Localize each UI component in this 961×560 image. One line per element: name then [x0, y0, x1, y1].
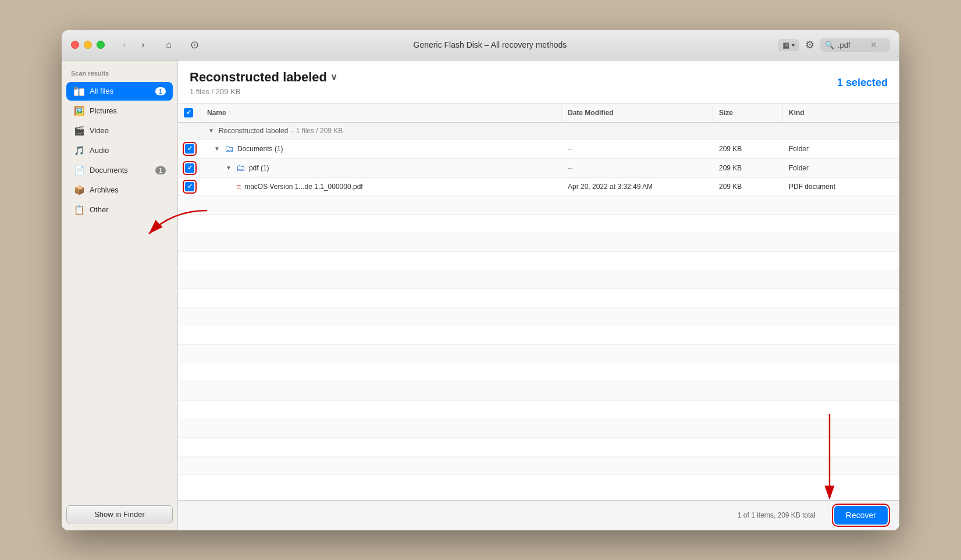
sidebar-item-video[interactable]: 🎬 Video: [66, 122, 173, 140]
empty-row: [178, 215, 899, 233]
nav-buttons: ‹ ›: [116, 37, 151, 53]
filter-button[interactable]: ⚙: [805, 38, 814, 51]
status-text: 1 of 1 items, 209 KB total: [190, 511, 825, 519]
header-name-label: Name: [207, 109, 226, 117]
group-date-cell: [562, 127, 713, 135]
recover-button[interactable]: Recover: [834, 506, 888, 525]
chevron-down-icon: ▾: [792, 42, 795, 48]
row-pdf-checkbox[interactable]: [185, 163, 194, 173]
row-pdf-kind: Folder: [789, 164, 809, 172]
search-bar: 🔍 ✕: [820, 38, 890, 52]
row-file-checkbox[interactable]: [185, 182, 194, 191]
sidebar-footer: Show in Finder: [62, 498, 177, 530]
other-icon: 📋: [73, 204, 85, 216]
row-pdf-kind-cell: Folder: [783, 160, 899, 176]
window-title: Generic Flash Disk – All recovery method…: [209, 40, 771, 49]
header-kind-cell[interactable]: Kind: [783, 104, 899, 122]
sidebar-item-other[interactable]: 📋 Other: [66, 201, 173, 219]
row-file-kind-cell: PDF document: [783, 179, 899, 195]
other-label: Other: [90, 205, 166, 214]
panel-subtitle: 1 files / 209 KB: [190, 87, 337, 96]
sidebar-item-archives[interactable]: 📦 Archives: [66, 181, 173, 199]
row-documents-size: 209 KB: [719, 145, 742, 153]
all-files-icon: [73, 85, 85, 97]
row-file-date-cell: Apr 20, 2022 at 3:32:49 AM: [562, 179, 713, 195]
panel-header: Reconstructed labeled ∨ 1 files / 209 KB…: [178, 60, 899, 104]
select-all-checkbox[interactable]: [184, 108, 193, 117]
row-pdf-date: --: [568, 164, 572, 172]
header-size-cell[interactable]: Size: [713, 104, 783, 122]
forward-icon: ›: [141, 40, 144, 50]
pdf-file-icon: ≡: [236, 182, 241, 191]
documents-icon: 📄: [73, 165, 85, 176]
sidebar-item-audio[interactable]: 🎵 Audio: [66, 141, 173, 160]
row-documents-date-cell: --: [562, 141, 713, 157]
audio-label: Audio: [90, 146, 166, 155]
empty-row: [178, 438, 899, 456]
table-row: ≡ macOS Version 1...de 1.1_000000.pdf Ap…: [178, 178, 899, 196]
header-kind-label: Kind: [789, 109, 805, 117]
empty-row: [178, 382, 899, 401]
titlebar: ‹ › ⌂ ⊙ Generic Flash Disk – All recover…: [62, 30, 899, 60]
row-file-checkbox-cell[interactable]: [178, 178, 201, 195]
group-label: Reconstructed labeled: [219, 127, 288, 135]
group-row-label-cell: ▼ Reconstructed labeled - 1 files / 209 …: [201, 123, 562, 139]
empty-row: [178, 456, 899, 475]
row-documents-date: --: [568, 145, 572, 153]
history-icon: ⊙: [190, 38, 199, 51]
row-documents-name-cell: ▼ 🗂 Documents (1): [201, 140, 562, 158]
header-name-cell[interactable]: Name ↑: [201, 104, 562, 122]
panel-title-text: Reconstructed labeled: [190, 70, 327, 85]
header-checkbox-cell[interactable]: [178, 104, 201, 122]
row-file-name: macOS Version 1...de 1.1_000000.pdf: [244, 183, 362, 191]
pictures-icon: 🖼️: [73, 105, 85, 117]
history-button[interactable]: ⊙: [186, 37, 202, 53]
empty-row: [178, 401, 899, 419]
documents-expand-button[interactable]: ▼: [213, 145, 221, 152]
toolbar-right: ▦ ▾ ⚙ 🔍 ✕: [778, 38, 890, 52]
row-pdf-name-cell: ▼ 🗂 pdf (1): [201, 159, 562, 177]
sidebar-item-pictures[interactable]: 🖼️ Pictures: [66, 102, 173, 120]
main-content: Scan results All files 1 🖼️: [62, 60, 899, 530]
view-toggle[interactable]: ▦ ▾: [778, 39, 799, 51]
table-row: ▼ 🗂 pdf (1) -- 209 KB Folder: [178, 159, 899, 178]
row-file-size-cell: 209 KB: [713, 179, 783, 195]
row-pdf-checkbox-cell[interactable]: [178, 159, 201, 177]
row-file-name-cell: ≡ macOS Version 1...de 1.1_000000.pdf: [201, 178, 562, 195]
video-label: Video: [90, 126, 166, 135]
search-clear-button[interactable]: ✕: [870, 40, 877, 49]
sidebar-item-documents[interactable]: 📄 Documents 1: [66, 161, 173, 180]
video-icon: 🎬: [73, 125, 85, 137]
minimize-button[interactable]: [84, 41, 92, 49]
group-info: - 1 files / 209 KB: [291, 127, 343, 135]
header-date-cell[interactable]: Date Modified: [562, 104, 713, 122]
row-pdf-date-cell: --: [562, 160, 713, 176]
show-in-finder-button[interactable]: Show in Finder: [66, 505, 173, 523]
panel-title-chevron-icon[interactable]: ∨: [330, 72, 337, 83]
row-pdf-name: pdf (1): [249, 164, 269, 172]
documents-badge: 1: [155, 166, 166, 174]
documents-label: Documents: [90, 166, 151, 174]
maximize-button[interactable]: [97, 41, 105, 49]
empty-row: [178, 419, 899, 438]
back-button[interactable]: ‹: [116, 37, 133, 53]
empty-row: [178, 308, 899, 326]
forward-button[interactable]: ›: [135, 37, 151, 53]
bottom-bar: 1 of 1 items, 209 KB total Recover: [178, 500, 899, 530]
close-button[interactable]: [71, 41, 79, 49]
svg-rect-1: [74, 87, 77, 90]
panel-title: Reconstructed labeled ∨: [190, 70, 337, 85]
row-documents-checkbox[interactable]: [185, 144, 194, 154]
group-size-cell: [713, 127, 783, 135]
filter-icon: ⚙: [805, 39, 814, 51]
pdf-expand-button[interactable]: ▼: [225, 165, 233, 171]
sidebar-item-all-files[interactable]: All files 1: [66, 82, 173, 101]
row-documents-checkbox-cell[interactable]: [178, 140, 201, 158]
group-expand-button[interactable]: ▼: [207, 127, 215, 134]
sidebar-section-label: Scan results: [62, 70, 177, 81]
home-button[interactable]: ⌂: [161, 37, 177, 53]
search-input[interactable]: [838, 41, 867, 49]
archives-icon: 📦: [73, 184, 85, 196]
empty-row: [178, 289, 899, 308]
empty-row: [178, 326, 899, 345]
